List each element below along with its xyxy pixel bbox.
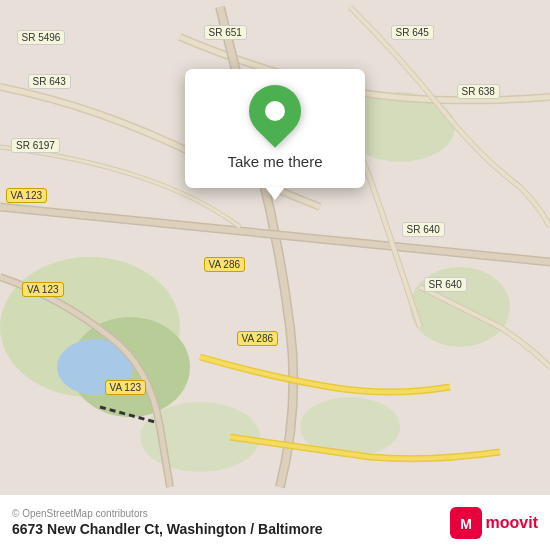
map-attribution: © OpenStreetMap contributors <box>12 508 323 519</box>
road-label-va286-2: VA 286 <box>237 331 279 346</box>
moovit-logo: M moovit <box>450 507 538 539</box>
svg-text:M: M <box>460 516 472 532</box>
road-label-sr645: SR 645 <box>391 25 434 40</box>
road-label-va123-1: VA 123 <box>6 188 48 203</box>
road-label-sr6197: SR 6197 <box>11 138 60 153</box>
road-label-sr651: SR 651 <box>204 25 247 40</box>
map-area: SR 5496 SR 651 SR 645 SR 643 SR 638 SR 6… <box>0 0 550 494</box>
moovit-icon-svg: M <box>450 507 482 539</box>
app-container: SR 5496 SR 651 SR 645 SR 643 SR 638 SR 6… <box>0 0 550 550</box>
road-label-sr640-2: SR 640 <box>424 277 467 292</box>
map-pin <box>238 74 312 148</box>
address-section: © OpenStreetMap contributors 6673 New Ch… <box>12 508 323 537</box>
road-label-sr643: SR 643 <box>28 74 71 89</box>
bottom-bar: © OpenStreetMap contributors 6673 New Ch… <box>0 494 550 550</box>
road-label-va286-1: VA 286 <box>204 257 246 272</box>
pin-dot <box>265 101 285 121</box>
moovit-label: moovit <box>486 514 538 532</box>
road-label-va123-3: VA 123 <box>105 380 147 395</box>
take-me-there-button[interactable]: Take me there <box>227 151 322 172</box>
road-label-va123-2: VA 123 <box>22 282 64 297</box>
address-text: 6673 New Chandler Ct, Washington / Balti… <box>12 521 323 537</box>
road-label-sr5496: SR 5496 <box>17 30 66 45</box>
location-popup: Take me there <box>185 69 365 188</box>
road-label-sr638: SR 638 <box>457 84 500 99</box>
road-label-sr640-1: SR 640 <box>402 222 445 237</box>
